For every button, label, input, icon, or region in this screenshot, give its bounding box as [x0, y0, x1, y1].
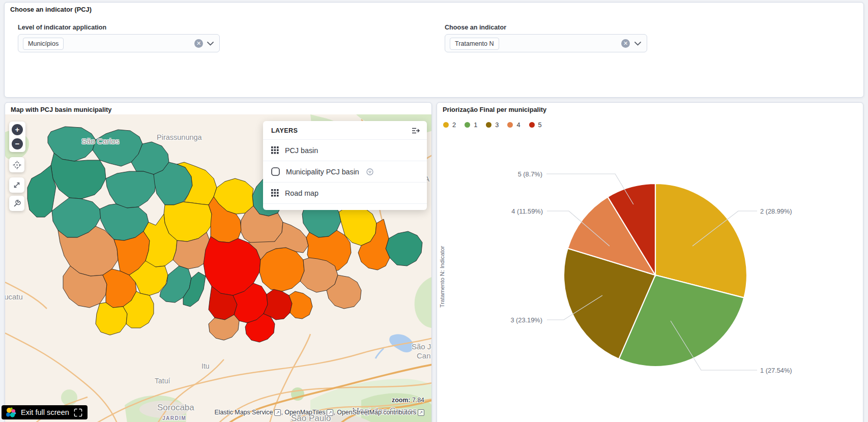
- city-label: JARDIM: [162, 415, 186, 421]
- exit-fullscreen-label: Exit full screen: [21, 408, 69, 416]
- fullscreen-exit-icon: [74, 408, 82, 417]
- city-label: Itu: [201, 362, 210, 370]
- zoom-readout: zoom: 7.84: [392, 397, 424, 404]
- tools-button[interactable]: [9, 196, 24, 211]
- layer-item-pcj-basin[interactable]: PCJ basin: [263, 140, 427, 161]
- exit-fullscreen-button[interactable]: Exit full screen: [2, 405, 88, 419]
- attribution-link[interactable]: OpenMapTiles: [284, 409, 325, 416]
- layer-label: Road map: [285, 189, 319, 197]
- zoom-in-button[interactable]: +: [12, 124, 23, 135]
- attribution-link[interactable]: OpenStreetMap contributors: [337, 409, 416, 416]
- pie-chart-panel: Priorização Final per municipality 21345…: [437, 102, 863, 422]
- chevron-down-icon[interactable]: [634, 42, 641, 46]
- city-label: São Jo: [412, 342, 431, 351]
- layer-item-road-map[interactable]: Road map: [263, 183, 427, 204]
- map-attribution: Elastic Maps Service↗, OpenMapTiles↗, Op…: [214, 409, 424, 416]
- city-label: tucatu: [5, 292, 23, 301]
- map-panel: Map with PCJ basin municipality: [5, 102, 432, 422]
- elastic-logo: [6, 407, 16, 418]
- pie-chart: [437, 103, 864, 422]
- city-label: Tatuí: [155, 377, 170, 385]
- grid-icon: [271, 146, 279, 154]
- set-view-button[interactable]: [9, 157, 24, 172]
- level-combobox[interactable]: Municípios ✕: [18, 34, 220, 52]
- layer-visibility-icon[interactable]: [366, 168, 373, 175]
- external-link-icon[interactable]: ↗: [418, 409, 424, 416]
- expand-icon: [13, 181, 21, 189]
- pie-slice-label-1: 1 (27.54%): [760, 367, 792, 374]
- layers-header: LAYERS: [271, 127, 298, 134]
- city-label: Can: [417, 351, 431, 360]
- city-label: Sorocaba: [157, 403, 194, 413]
- layers-panel: LAYERS PCJ basin Municipality PCJ b: [263, 121, 427, 210]
- attribution-link[interactable]: Elastic Maps Service: [214, 409, 273, 416]
- clear-selection-icon[interactable]: ✕: [621, 39, 630, 48]
- map-panel-title: Map with PCJ basin municipality: [11, 106, 111, 113]
- pie-slice-label-5: 5 (8.7%): [518, 170, 542, 178]
- city-label: São Carlos: [81, 137, 119, 145]
- pie-slice-label-4: 4 (11.59%): [511, 207, 543, 215]
- level-selected-pill[interactable]: Municípios: [23, 38, 64, 50]
- zoom-out-button[interactable]: −: [12, 138, 23, 149]
- level-of-application-label: Level of indicator application: [18, 24, 106, 31]
- map-canvas[interactable]: São CarlosPirassunungatucatuItuTatuíSoro…: [5, 114, 431, 422]
- indicator-control-panel: Choose an indicator (PCJ) Level of indic…: [4, 2, 864, 98]
- layer-item-municipality-pcj-basin[interactable]: Municipality PCJ basin: [263, 161, 427, 183]
- zoom-control: + −: [9, 122, 25, 152]
- fit-to-data-button[interactable]: [9, 177, 24, 193]
- pie-slice-label-3: 3 (23.19%): [510, 316, 542, 324]
- grid-icon: [271, 189, 279, 197]
- collapse-layers-icon[interactable]: [412, 127, 420, 135]
- pie-slice-label-2: 2 (28.99%): [760, 207, 792, 215]
- external-link-icon[interactable]: ↗: [274, 409, 281, 416]
- dashboard-fullscreen: Choose an indicator (PCJ) Level of indic…: [0, 0, 868, 422]
- indicator-selected-pill[interactable]: Tratamento N: [450, 38, 499, 50]
- crosshair-icon: [13, 161, 21, 169]
- indicator-panel-title: Choose an indicator (PCJ): [10, 6, 92, 13]
- chevron-down-icon[interactable]: [207, 42, 214, 46]
- wrench-icon: [13, 199, 21, 208]
- clear-selection-icon[interactable]: ✕: [194, 39, 203, 48]
- layer-label: Municipality PCJ basin: [286, 168, 359, 176]
- city-label: Pirassununga: [157, 133, 202, 141]
- layer-label: PCJ basin: [285, 146, 318, 155]
- choose-indicator-label: Choose an indicator: [445, 24, 506, 31]
- indicator-combobox[interactable]: Tratamento N ✕: [445, 34, 647, 52]
- shape-outline-icon: [271, 167, 280, 176]
- external-link-icon[interactable]: ↗: [327, 409, 333, 416]
